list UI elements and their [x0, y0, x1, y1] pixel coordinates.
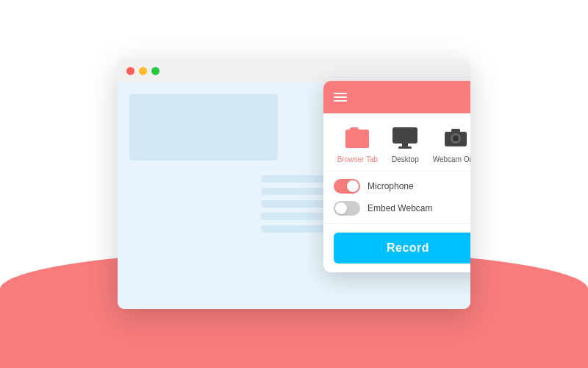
source-browser-tab[interactable]: Browser Tab [337, 124, 378, 163]
record-section: Record [323, 224, 470, 272]
scene: ⚙ Browser Tab [118, 59, 470, 309]
svg-point-9 [453, 135, 459, 141]
dot-green [151, 67, 159, 75]
embed-webcam-toggle-row: Embed Webcam [334, 201, 470, 216]
toggle-knob [335, 202, 347, 214]
microphone-label: Microphone [368, 181, 414, 191]
svg-rect-1 [345, 134, 369, 148]
svg-rect-2 [350, 127, 359, 134]
microphone-toggle[interactable] [334, 179, 360, 194]
source-webcam-only[interactable]: Webcam Only [433, 124, 470, 163]
microphone-toggle-row: Microphone [334, 179, 470, 194]
source-desktop-label: Desktop [392, 155, 419, 163]
webcam-icon [441, 124, 470, 152]
embed-webcam-toggle[interactable] [334, 201, 360, 216]
hamburger-icon[interactable] [334, 93, 347, 102]
source-selection-row: Browser Tab Desktop [323, 113, 470, 171]
svg-rect-7 [451, 129, 460, 132]
record-button[interactable]: Record [334, 233, 470, 263]
browser-window: ⚙ Browser Tab [118, 59, 470, 309]
source-desktop[interactable]: Desktop [390, 124, 420, 163]
browser-placeholder-image [129, 94, 278, 160]
desktop-icon [390, 124, 420, 152]
toggle-options: Microphone Embed Webcam [323, 171, 470, 224]
toggle-knob [347, 180, 359, 192]
browser-titlebar [118, 59, 470, 82]
browser-tab-icon [343, 124, 372, 152]
popup-header: ⚙ [323, 81, 470, 113]
svg-rect-3 [392, 127, 417, 144]
svg-rect-5 [398, 146, 412, 149]
embed-webcam-label: Embed Webcam [368, 203, 432, 213]
source-webcam-only-label: Webcam Only [433, 155, 470, 163]
dot-yellow [139, 67, 147, 75]
dot-red [126, 67, 135, 75]
source-browser-tab-label: Browser Tab [337, 155, 378, 163]
recording-popup: ⚙ Browser Tab [323, 81, 470, 272]
